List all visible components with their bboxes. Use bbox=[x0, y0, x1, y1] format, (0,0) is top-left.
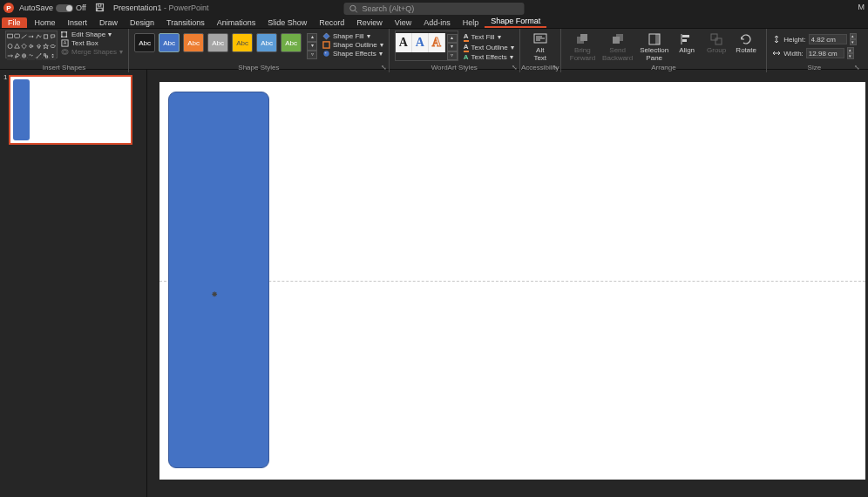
fill-icon bbox=[322, 32, 330, 40]
outline-icon bbox=[322, 41, 330, 49]
group-button[interactable]: Group bbox=[702, 31, 731, 64]
wordart-swatch[interactable]: A bbox=[412, 33, 429, 52]
rotate-button[interactable]: Rotate bbox=[731, 31, 761, 64]
style-swatch[interactable]: Abc bbox=[256, 33, 277, 52]
gallery-scroll[interactable]: ▴▾▿ bbox=[307, 33, 317, 59]
tab-file[interactable]: File bbox=[2, 17, 27, 28]
chevron-down-icon: ▾ bbox=[379, 50, 383, 58]
svg-line-4 bbox=[355, 10, 357, 13]
merge-icon bbox=[61, 48, 69, 56]
wordart-swatch[interactable]: A bbox=[429, 33, 445, 52]
chevron-down-icon: ▾ bbox=[511, 44, 514, 51]
thumbnail-panel[interactable]: 1 bbox=[0, 70, 147, 497]
effects-icon bbox=[322, 50, 330, 58]
style-swatch[interactable]: Abc bbox=[207, 33, 228, 52]
tab-record[interactable]: Record bbox=[313, 17, 350, 28]
edit-shape-button[interactable]: Edit Shape▾ bbox=[61, 31, 123, 38]
height-spinner[interactable]: ▴▾ bbox=[850, 33, 857, 45]
selection-pane-button[interactable]: SelectionPane bbox=[636, 31, 672, 64]
wordart-gallery[interactable]: A A A ▴▾▿ bbox=[395, 31, 458, 61]
svg-rect-40 bbox=[613, 37, 620, 44]
height-input[interactable] bbox=[809, 34, 847, 44]
shape-fill-button[interactable]: Shape Fill▾ bbox=[322, 32, 383, 40]
search-input[interactable]: Search (Alt+Q) bbox=[344, 3, 525, 15]
svg-line-7 bbox=[22, 35, 27, 38]
tab-insert[interactable]: Insert bbox=[62, 17, 94, 28]
svg-rect-42 bbox=[655, 34, 660, 44]
text-outline-button[interactable]: AText Outline▾ bbox=[464, 43, 514, 52]
merge-shapes-button[interactable]: Merge Shapes▾ bbox=[61, 48, 123, 56]
titlebar: P AutoSave Off Presentation1 - PowerPoin… bbox=[0, 0, 868, 16]
chevron-down-icon: ▾ bbox=[367, 32, 370, 40]
tab-slide-show[interactable]: Slide Show bbox=[261, 17, 313, 28]
svg-rect-30 bbox=[323, 42, 329, 48]
svg-point-3 bbox=[350, 5, 356, 10]
slide-thumbnail[interactable]: 1 bbox=[5, 75, 141, 145]
tab-design[interactable]: Design bbox=[124, 17, 160, 28]
style-swatch[interactable]: Abc bbox=[134, 33, 155, 52]
slide[interactable]: ⁕ bbox=[159, 82, 865, 480]
text-box-button[interactable]: AText Box bbox=[61, 39, 123, 47]
style-swatch[interactable]: Abc bbox=[183, 33, 204, 52]
group-accessibility: Alt Text Accessibility ⤡ bbox=[520, 29, 561, 72]
chevron-down-icon: ▾ bbox=[498, 33, 501, 41]
svg-point-25 bbox=[65, 36, 67, 37]
powerpoint-icon: P bbox=[3, 3, 14, 13]
svg-point-31 bbox=[323, 51, 329, 56]
svg-point-22 bbox=[61, 31, 63, 33]
ribbon: Edit Shape▾ AText Box Merge Shapes▾ Inse… bbox=[0, 28, 868, 70]
save-icon[interactable] bbox=[95, 3, 105, 14]
shapes-gallery[interactable] bbox=[5, 31, 58, 58]
search-icon bbox=[349, 4, 358, 13]
tab-transitions[interactable]: Transitions bbox=[160, 17, 211, 28]
tab-animations[interactable]: Animations bbox=[211, 17, 262, 28]
workspace: 1 ⁕ bbox=[0, 70, 868, 497]
bring-forward-icon bbox=[575, 32, 589, 46]
tab-review[interactable]: Review bbox=[350, 17, 389, 28]
bring-forward-button[interactable]: BringForward bbox=[566, 31, 599, 64]
style-swatch[interactable]: Abc bbox=[159, 33, 180, 52]
alt-text-icon bbox=[533, 32, 547, 46]
style-swatch[interactable]: Abc bbox=[281, 33, 302, 52]
text-effects-button[interactable]: AText Effects▾ bbox=[464, 53, 514, 61]
document-title: Presentation1 - PowerPoint bbox=[113, 3, 209, 12]
shape-effects-button[interactable]: Shape Effects▾ bbox=[322, 50, 383, 58]
send-backward-button[interactable]: SendBackward bbox=[599, 31, 636, 64]
tab-view[interactable]: View bbox=[389, 17, 417, 28]
svg-point-15 bbox=[24, 55, 25, 57]
svg-rect-5 bbox=[8, 34, 13, 37]
tab-help[interactable]: Help bbox=[457, 17, 485, 28]
rounded-rectangle-shape[interactable]: ⁕ bbox=[168, 92, 269, 468]
tab-addins[interactable]: Add-ins bbox=[417, 17, 457, 28]
svg-rect-45 bbox=[682, 39, 687, 42]
shape-outline-button[interactable]: Shape Outline▾ bbox=[322, 41, 383, 49]
tab-home[interactable]: Home bbox=[29, 17, 62, 28]
width-spinner[interactable]: ▴▾ bbox=[847, 47, 854, 59]
send-backward-icon bbox=[611, 32, 625, 46]
group-label: Insert Shapes bbox=[0, 64, 128, 71]
wordart-swatch[interactable]: A bbox=[396, 33, 412, 52]
user-name[interactable]: M bbox=[858, 3, 865, 11]
svg-rect-2 bbox=[98, 8, 103, 10]
slide-canvas[interactable]: ⁕ bbox=[147, 70, 868, 497]
text-fill-button[interactable]: AText Fill▾ bbox=[464, 32, 514, 42]
chevron-down-icon: ▾ bbox=[119, 48, 123, 56]
autosave-state: Off bbox=[76, 3, 86, 12]
shape-styles-gallery[interactable]: Abc Abc Abc Abc Abc Abc Abc ▴▾▿ bbox=[134, 31, 317, 59]
gallery-scroll[interactable]: ▴▾▿ bbox=[447, 33, 458, 60]
align-button[interactable]: Align bbox=[672, 31, 702, 64]
svg-rect-46 bbox=[711, 34, 717, 40]
chevron-down-icon: ▾ bbox=[108, 31, 112, 38]
alt-text-button[interactable]: Alt Text bbox=[526, 31, 555, 64]
svg-point-23 bbox=[65, 31, 67, 33]
style-swatch[interactable]: Abc bbox=[232, 33, 253, 52]
autosave-toggle[interactable]: AutoSave Off bbox=[19, 3, 86, 12]
tab-shape-format[interactable]: Shape Format bbox=[485, 16, 546, 28]
width-input[interactable] bbox=[806, 48, 844, 58]
tab-draw[interactable]: Draw bbox=[93, 17, 124, 28]
thumbnail-shape bbox=[13, 79, 30, 140]
svg-point-17 bbox=[36, 57, 37, 58]
text-outline-icon: A bbox=[464, 43, 469, 52]
align-icon bbox=[680, 32, 694, 46]
group-icon bbox=[709, 32, 723, 46]
